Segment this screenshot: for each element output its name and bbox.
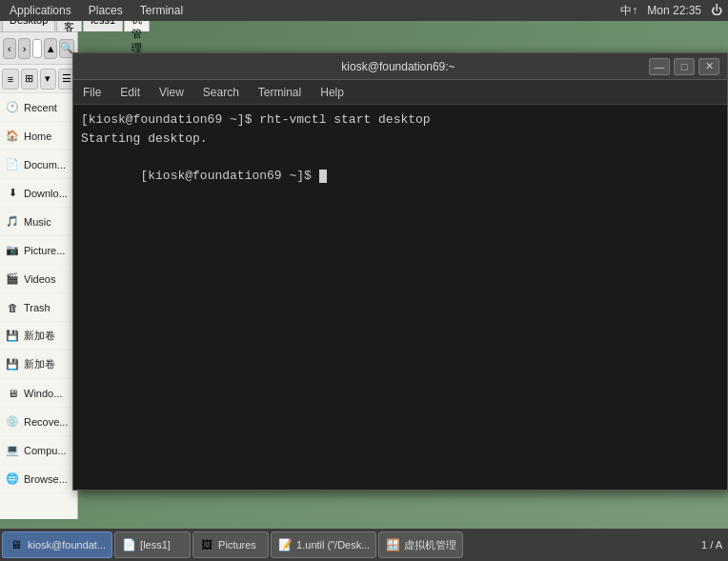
windows-icon: 🖥 xyxy=(4,385,21,402)
menu-search[interactable]: Search xyxy=(199,86,243,99)
view-dropdown-button[interactable]: ▾ xyxy=(40,69,57,90)
top-bar-right: 中↑ Mon 22:35 ⏻ xyxy=(620,3,722,19)
places-menu[interactable]: Places xyxy=(85,4,127,17)
grid-view-button[interactable]: ⊞ xyxy=(21,69,38,90)
terminal-title: kiosk@foundation69:~ xyxy=(148,60,649,73)
videos-icon: 🎬 xyxy=(4,270,21,288)
terminal-line-2: Starting desktop. xyxy=(81,130,719,149)
fm-nav-row: ‹ › Desktop ▲ 🔍 xyxy=(0,32,77,65)
recovery-icon: 💿 xyxy=(4,413,21,431)
drive-icon-1: 💾 xyxy=(4,328,21,345)
top-system-bar: Applications Places Terminal 中↑ Mon 22:3… xyxy=(0,0,728,21)
list-view-button[interactable]: ≡ xyxy=(2,69,19,90)
terminal-window: kiosk@foundation69:~ — □ ✕ File Edit Vie… xyxy=(72,52,728,491)
address-bar[interactable]: Desktop xyxy=(32,39,42,58)
power-icon[interactable]: ⏻ xyxy=(711,4,722,17)
sidebar-item-music[interactable]: 🎵 Music xyxy=(0,208,77,236)
menu-help[interactable]: Help xyxy=(316,86,348,99)
browse-network-icon: 🌐 xyxy=(4,471,21,488)
music-icon: 🎵 xyxy=(4,213,21,230)
menu-terminal[interactable]: Terminal xyxy=(254,86,305,99)
menu-file[interactable]: File xyxy=(79,86,105,99)
documents-icon: 📄 xyxy=(4,156,21,173)
trash-icon: 🗑 xyxy=(4,299,21,316)
taskbar-item-terminal[interactable]: 🖥 kiosk@foundat... xyxy=(2,531,112,558)
taskbar-less1-icon: 📄 xyxy=(121,537,136,552)
terminal-menu[interactable]: Terminal xyxy=(136,4,187,17)
computer-icon: 💻 xyxy=(4,442,21,459)
sidebar-list: 🕐 Recent 🏠 Home 📄 Docum... ⬇ Downlo... 🎵… xyxy=(0,93,77,493)
taskbar-vm-icon: 🪟 xyxy=(385,537,400,552)
taskbar-item-until[interactable]: 📝 1.until ("/Desk... xyxy=(271,531,376,558)
terminal-window-buttons: — □ ✕ xyxy=(649,58,719,75)
top-bar-left: Applications Places Terminal xyxy=(6,4,187,17)
sidebar-item-newvol2[interactable]: 💾 新加卷 xyxy=(0,351,77,379)
terminal-close-button[interactable]: ✕ xyxy=(698,58,719,75)
taskbar-pictures-icon: 🖼 xyxy=(199,537,214,552)
terminal-menubar: File Edit View Search Terminal Help xyxy=(73,80,727,105)
sidebar-item-downloads[interactable]: ⬇ Downlo... xyxy=(0,179,77,208)
sidebar-item-trash[interactable]: 🗑 Trash xyxy=(0,293,77,322)
menu-edit[interactable]: Edit xyxy=(116,86,144,99)
sidebar-item-pictures[interactable]: 📷 Picture... xyxy=(0,236,77,265)
taskbar-item-pictures[interactable]: 🖼 Pictures xyxy=(192,531,269,558)
datetime-display: Mon 22:35 xyxy=(647,4,701,17)
terminal-content[interactable]: [kiosk@foundation69 ~]$ rht-vmctl start … xyxy=(73,105,727,490)
applications-menu[interactable]: Applications xyxy=(6,4,75,17)
fm-tools-row: ≡ ⊞ ▾ ☰ xyxy=(0,65,77,93)
nav-forward-button[interactable]: › xyxy=(18,38,31,59)
terminal-cursor xyxy=(319,170,327,183)
input-method-indicator[interactable]: 中↑ xyxy=(620,3,637,19)
terminal-maximize-button[interactable]: □ xyxy=(674,58,695,75)
file-manager-window: Desktop 博客 less1 虚拟机管理 ‹ › Desktop xyxy=(0,0,78,519)
terminal-line-3: [kiosk@foundation69 ~]$ xyxy=(81,148,719,204)
sidebar-item-recent[interactable]: 🕐 Recent xyxy=(0,93,77,122)
sidebar-item-home[interactable]: 🏠 Home xyxy=(0,122,77,150)
taskbar: 🖥 kiosk@foundat... 📄 [less1] 🖼 Pictures … xyxy=(0,529,728,561)
sidebar-item-newvol1[interactable]: 💾 新加卷 xyxy=(0,322,77,351)
recent-icon: 🕐 xyxy=(4,99,21,116)
pictures-icon: 📷 xyxy=(4,242,21,259)
taskbar-terminal-icon: 🖥 xyxy=(9,537,24,552)
terminal-minimize-button[interactable]: — xyxy=(649,58,670,75)
nav-up-button[interactable]: ▲ xyxy=(44,38,57,59)
downloads-icon: ⬇ xyxy=(4,185,21,202)
workspace-indicator: 1 / A xyxy=(701,539,722,551)
drive-icon-2: 💾 xyxy=(4,356,21,373)
terminal-titlebar: kiosk@foundation69:~ — □ ✕ xyxy=(73,53,727,80)
sidebar-item-recovery[interactable]: 💿 Recove... xyxy=(0,408,77,436)
nav-back-button[interactable]: ‹ xyxy=(3,38,16,59)
terminal-line-1: [kiosk@foundation69 ~]$ rht-vmctl start … xyxy=(81,110,719,130)
sidebar-item-videos[interactable]: 🎬 Videos xyxy=(0,265,77,293)
home-icon: 🏠 xyxy=(4,128,21,145)
menu-view[interactable]: View xyxy=(155,86,188,99)
sidebar-item-windows[interactable]: 🖥 Windo... xyxy=(0,379,77,408)
taskbar-until-icon: 📝 xyxy=(277,537,293,552)
taskbar-item-less1[interactable]: 📄 [less1] xyxy=(114,531,191,558)
sidebar-item-browse-network[interactable]: 🌐 Browse... xyxy=(0,465,77,493)
sidebar-item-computer[interactable]: 💻 Compu... xyxy=(0,436,77,465)
taskbar-item-vm-manage[interactable]: 🪟 虚拟机管理 xyxy=(378,531,463,558)
sidebar-item-documents[interactable]: 📄 Docum... xyxy=(0,150,77,179)
